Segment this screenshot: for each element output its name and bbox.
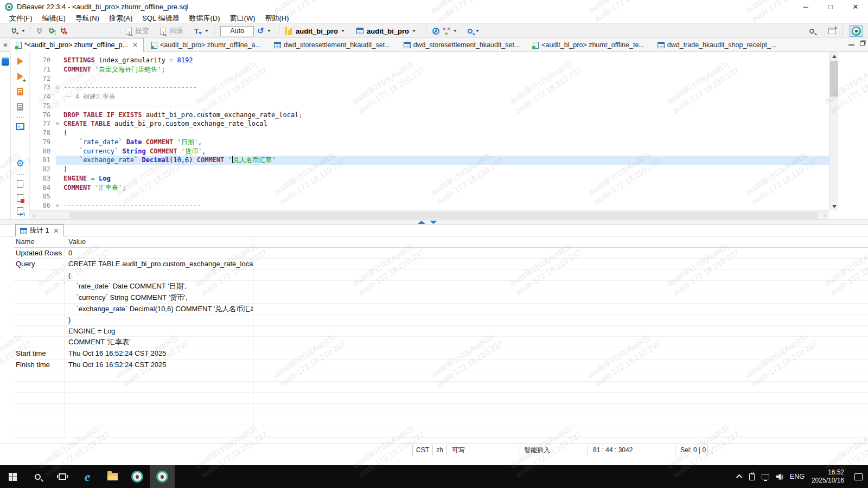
new-connection-dropdown[interactable] xyxy=(22,30,25,32)
panel-sash[interactable] xyxy=(0,219,868,224)
editor-line-86[interactable]: 86⊖----------------------------------- xyxy=(30,201,829,210)
editor-tab-1[interactable]: *<audit_bi_pro> zhumr_offline_p...✕ xyxy=(10,38,144,52)
editor-line-71[interactable]: 71COMMENT '自定义海外门店销售'; xyxy=(30,65,829,74)
grid-row[interactable] xyxy=(14,382,868,393)
maximize-button[interactable]: □ xyxy=(818,0,843,13)
code-area[interactable]: 70SETTINGS index_granularity = 819271COM… xyxy=(30,56,829,210)
grid-row[interactable]: `exchange_rate` Decimal(10,6) COMMENT '兑… xyxy=(14,304,868,315)
close-button[interactable]: ✕ xyxy=(843,0,868,13)
column-header-name[interactable]: Name xyxy=(14,236,65,247)
editor-line-75[interactable]: 75---------------------------------- xyxy=(30,101,829,111)
menu-item-1[interactable]: 文件(F) xyxy=(4,13,37,24)
editor-line-77[interactable]: 77⊖CREATE TABLE audit_bi_pro.custom_exch… xyxy=(30,119,829,129)
editor-tab-4[interactable]: dwd_storesettlement_hkaudit_set... xyxy=(398,38,526,52)
user-profile-button[interactable] xyxy=(850,25,863,37)
action-center-icon[interactable] xyxy=(854,473,863,480)
grid-row[interactable]: Finish timeThu Oct 16 16:52:24 CST 2025 xyxy=(14,359,868,371)
language-indicator[interactable]: ENG xyxy=(790,473,805,480)
editor-line-81[interactable]: 81 `exchange_rate` Decimal(10,6) COMMENT… xyxy=(30,156,829,165)
editor-line-84[interactable]: 84COMMENT '汇率表'; xyxy=(30,183,829,192)
editor-horizontal-scrollbar[interactable]: ‹ › xyxy=(30,210,829,219)
settings-gear-icon[interactable]: ⚙ xyxy=(15,158,25,168)
editor-tab-6[interactable]: dwd_trade_hkaudit_shop_receipt_... xyxy=(652,38,782,52)
horizontal-scroll-thumb[interactable] xyxy=(69,212,818,219)
grid-row[interactable]: Start timeThu Oct 16 16:52:24 CST 2025 xyxy=(14,348,868,359)
menu-item-6[interactable]: 数据库(D) xyxy=(184,13,225,24)
editor-line-80[interactable]: 80 `currency` String COMMENT '货币', xyxy=(30,147,829,156)
script-variables-icon[interactable]: (x) xyxy=(15,206,25,216)
execution-plan-icon[interactable] xyxy=(432,28,439,35)
status-segment-4[interactable]: 智能插入 xyxy=(519,445,588,455)
dbeaver-taskbar-button[interactable] xyxy=(125,465,150,488)
column-header-value[interactable]: Value xyxy=(65,236,253,247)
catalog-selector[interactable]: audit_bi_pro xyxy=(367,27,409,35)
fold-marker-icon[interactable]: ⊖ xyxy=(56,119,63,129)
menu-item-7[interactable]: 窗口(W) xyxy=(225,13,260,24)
grid-row[interactable]: `rate_date` Date COMMENT '日期', xyxy=(14,281,868,292)
quick-search-icon[interactable] xyxy=(809,29,814,34)
grid-row[interactable] xyxy=(14,404,868,415)
sql-editor[interactable]: 70SETTINGS index_granularity = 819271COM… xyxy=(30,52,829,210)
grid-row[interactable] xyxy=(14,426,868,438)
status-segment-6[interactable]: Sel: 0 | 0 xyxy=(675,445,707,455)
status-segment-5[interactable]: 81 : 44 : 3042 xyxy=(588,445,675,455)
menu-item-3[interactable]: 导航(N) xyxy=(71,13,104,24)
status-segment-2[interactable]: zh xyxy=(432,445,446,455)
new-table-icon[interactable] xyxy=(828,28,836,34)
database-navigator-icon[interactable] xyxy=(2,57,9,66)
rollback-icon[interactable] xyxy=(160,28,166,35)
sql-search-icon[interactable] xyxy=(468,29,473,34)
vertical-scroll-thumb[interactable] xyxy=(830,61,838,97)
commit-mode-combo[interactable]: Auto xyxy=(220,26,254,36)
minimize-button[interactable]: ─ xyxy=(793,0,818,13)
task-view-button[interactable] xyxy=(50,465,75,488)
statistics-tab[interactable]: 统计 1 ✕ xyxy=(15,224,64,236)
editor-tab-5[interactable]: <audit_bi_pro> zhumr_offline_te... xyxy=(527,38,649,52)
grid-row[interactable]: COMMENT '汇率表' xyxy=(14,337,868,348)
restore-editor-icon[interactable] xyxy=(860,41,865,46)
editor-tab-3[interactable]: dwd_storesettlement_hkaudit_set... xyxy=(269,38,396,52)
rollback-button[interactable]: 回滚 xyxy=(169,26,183,36)
grid-row[interactable]: `currency` String COMMENT '货币', xyxy=(14,292,868,304)
editor-line-83[interactable]: 83ENGINE = Log xyxy=(30,174,829,183)
grid-row[interactable] xyxy=(14,370,868,382)
start-button[interactable] xyxy=(0,465,25,488)
grid-row[interactable]: Updated Rows0 xyxy=(14,248,868,259)
invalidate-connection-icon[interactable] xyxy=(59,27,68,35)
search-dropdown[interactable] xyxy=(476,30,479,32)
maximize-results-icon[interactable] xyxy=(418,221,425,224)
commit-icon[interactable] xyxy=(126,28,132,35)
new-connection-icon[interactable] xyxy=(10,27,18,35)
editor-line-85[interactable]: 85 xyxy=(30,192,829,201)
execute-new-tab-icon[interactable]: + xyxy=(15,72,25,81)
editor-line-79[interactable]: 79 `rate_date` Date COMMENT '日期', xyxy=(30,138,829,147)
usb-tray-icon[interactable] xyxy=(749,473,755,480)
er-diagram-icon[interactable] xyxy=(443,28,450,35)
export-script-icon[interactable]: → xyxy=(15,179,25,189)
fold-marker-icon[interactable]: ⊖ xyxy=(56,201,63,210)
scroll-down-arrow[interactable] xyxy=(829,202,839,210)
dbeaver-taskbar-button-active[interactable] xyxy=(150,465,175,488)
execute-statement-icon[interactable] xyxy=(15,56,25,66)
status-segment-1[interactable]: CST xyxy=(412,445,432,455)
editor-line-73[interactable]: 73⊖---------------------------------- xyxy=(30,83,829,92)
minimize-results-icon[interactable] xyxy=(430,221,437,224)
menu-item-8[interactable]: 帮助(H) xyxy=(260,13,293,24)
grid-row[interactable] xyxy=(14,393,868,404)
sql-terminal-icon[interactable]: >_ xyxy=(15,121,25,131)
execute-script-icon[interactable] xyxy=(15,87,25,97)
editor-tab-2[interactable]: <audit_bi_pro> zhumr_offline_a... xyxy=(146,38,266,52)
taskbar-search-button[interactable] xyxy=(25,465,50,488)
save-to-file-icon[interactable] xyxy=(15,193,25,203)
grid-row[interactable] xyxy=(14,415,868,427)
disconnect-icon[interactable] xyxy=(35,27,44,35)
reconnect-icon[interactable] xyxy=(47,27,56,35)
editor-line-70[interactable]: 70SETTINGS index_granularity = 8192 xyxy=(30,56,829,65)
scroll-up-arrow[interactable] xyxy=(829,52,839,60)
file-explorer-button[interactable] xyxy=(100,465,125,488)
editor-line-74[interactable]: 74-- 4 创建汇率表 xyxy=(30,92,829,101)
status-segment-3[interactable]: 可写 xyxy=(446,445,519,455)
close-tab-icon[interactable]: ✕ xyxy=(53,227,59,235)
editor-line-82[interactable]: 82) xyxy=(30,165,829,174)
connection-dropdown[interactable] xyxy=(341,30,344,32)
